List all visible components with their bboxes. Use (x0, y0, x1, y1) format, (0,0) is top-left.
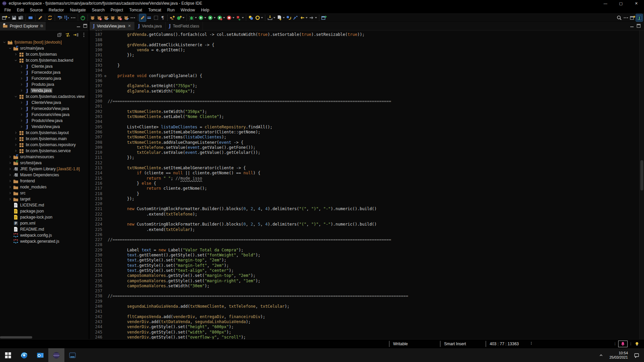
explorer-horizontal-scrollbar[interactable] (0, 336, 32, 339)
tree-item-produto-java[interactable]: JProduto.java (0, 81, 89, 87)
taskbar-app-terminal[interactable] (64, 348, 80, 362)
tree-item-funcionario-java[interactable]: JFuncionario.java (0, 75, 89, 81)
tree-item-package-lock-json[interactable]: package-lock.json (0, 214, 89, 220)
expand-icon[interactable] (8, 185, 12, 189)
tree-item-src-main-resources[interactable]: src/main/resources (0, 154, 89, 160)
link-with-editor-icon[interactable] (64, 31, 71, 39)
collapse-icon[interactable] (8, 47, 12, 50)
tree-item-cliente-java[interactable]: JCliente.java (0, 63, 89, 69)
overview-ruler[interactable] (639, 31, 644, 339)
coverage-icon[interactable] (207, 14, 216, 21)
tree-item-funcionarioview-java[interactable]: JFuncionarioView.java (0, 112, 89, 118)
expand-icon[interactable] (13, 131, 18, 134)
debug-icon[interactable] (188, 14, 198, 21)
taskbar-app-eclipse[interactable] (48, 348, 64, 362)
last-edit-location-icon[interactable] (285, 14, 292, 21)
tree-item-frontend[interactable]: frontend (0, 178, 89, 184)
relaunch-icon[interactable] (235, 14, 245, 21)
expand-icon[interactable] (19, 107, 24, 110)
collapse-icon[interactable] (13, 95, 18, 98)
expand-icon[interactable] (19, 101, 24, 104)
expand-icon[interactable] (19, 119, 24, 122)
tree-item-fjsistemas[interactable]: Jfjsistemas [boot] [devtools] (0, 39, 89, 45)
tree-item-br-com-fjsistemas-repository[interactable]: br.com.fjsistemas.repository (0, 142, 89, 148)
export-icon[interactable] (276, 14, 285, 21)
menu-tomcat[interactable]: Tomcat (126, 7, 145, 14)
menu-project[interactable]: Project (108, 7, 126, 14)
minimize-view-icon[interactable] (76, 23, 80, 29)
mark-occurrences-icon[interactable] (139, 14, 146, 21)
back-icon[interactable] (299, 14, 308, 21)
tomcat-stop-icon[interactable] (96, 14, 103, 21)
expand-icon[interactable] (8, 155, 12, 159)
open-type-icon[interactable] (248, 14, 254, 21)
editor-tab-vendaview-java[interactable]: JVendaView.java✕ (90, 22, 135, 30)
expand-icon[interactable] (19, 89, 24, 92)
more-icon[interactable] (70, 14, 76, 21)
tomcat2-stop-icon[interactable] (116, 14, 123, 21)
action-center-icon[interactable] (634, 353, 639, 358)
scrollbar-thumb[interactable] (640, 160, 643, 190)
taskbar-app-browser[interactable] (16, 348, 32, 362)
maximize-editor-icon[interactable] (637, 23, 641, 29)
focus-on-active-task-icon[interactable] (72, 31, 79, 39)
tree-item-br-com-fjsistemas-cadastros-view[interactable]: br.com.fjsistemas.cadastros.view (0, 94, 89, 100)
theme-roller-icon[interactable] (56, 14, 63, 21)
build-all-icon[interactable] (47, 14, 53, 21)
tree-item-vendaview-java[interactable]: JVendaView.java (0, 124, 89, 130)
menu-tomcat-2[interactable]: Tomcat (145, 7, 164, 14)
menu-edit[interactable]: Edit (14, 7, 27, 14)
tree-item-src-main-java[interactable]: src/main/java (0, 45, 89, 51)
show-selected-element-icon[interactable] (146, 14, 153, 21)
menu-run[interactable]: Run (164, 7, 178, 14)
tree-item-license-md[interactable]: LICENSE.md (0, 202, 89, 208)
minimize-button[interactable]: — (598, 0, 613, 7)
type-hierarchy-icon[interactable] (254, 14, 264, 21)
save-all-icon[interactable] (17, 14, 24, 21)
expand-icon[interactable] (8, 173, 12, 177)
tree-item-jre-system-library[interactable]: JRE System Library [JavaSE-1.8] (0, 166, 89, 172)
maximize-view-icon[interactable] (83, 23, 87, 29)
tree-item-fornecedorview-java[interactable]: JFornecedorView.java (0, 106, 89, 112)
menu-source[interactable]: Source (27, 7, 46, 14)
maximize-button[interactable]: ▢ (613, 0, 629, 7)
menu-file[interactable]: File (1, 7, 14, 14)
expand-icon[interactable] (19, 83, 24, 86)
tree-item-br-com-fjsistemas-main[interactable]: br.com.fjsistemas.main (0, 136, 89, 142)
tree-item-venda-java[interactable]: JVenda.java (0, 87, 89, 94)
tree-item-src-test-java[interactable]: src/test/java (0, 160, 89, 166)
collapse-all-icon[interactable] (56, 31, 63, 39)
taskbar-app-outlook[interactable]: O (32, 348, 48, 362)
tree-item-br-com-fjsistemas[interactable]: br.com.fjsistemas (0, 51, 89, 57)
menu-window[interactable]: Window (178, 7, 198, 14)
status-handle[interactable]: ⁞⁞ (531, 341, 531, 345)
preview-grid-icon[interactable] (63, 14, 70, 21)
search-icon[interactable] (616, 14, 623, 21)
menu-navigate[interactable]: Navigate (67, 7, 89, 14)
save-icon[interactable] (11, 14, 17, 21)
show-whitespace-icon[interactable]: ¶ (159, 14, 166, 21)
new-brick-icon[interactable] (169, 14, 176, 21)
open-perspective-icon[interactable] (629, 14, 636, 21)
start-button[interactable] (0, 348, 16, 362)
scrapbook-icon[interactable] (37, 14, 44, 21)
tree-item-br-com-fjsistemas-service[interactable]: br.com.fjsistemas.service (0, 148, 89, 154)
tree-item-clienteview-java[interactable]: JClienteView.java (0, 100, 89, 106)
expand-icon[interactable] (19, 77, 24, 80)
explorer-close-icon[interactable]: ⧉ (40, 24, 43, 28)
tree-item-fornecedor-java[interactable]: JFornecedor.java (0, 69, 89, 75)
tree-item-src[interactable]: src (0, 190, 89, 196)
expand-icon[interactable] (8, 161, 12, 165)
minimize-editor-icon[interactable] (630, 23, 634, 29)
tree-item-webpack-generated-js[interactable]: webpack.generated.js (0, 238, 89, 244)
tree-item-readme-md[interactable]: README.md (0, 226, 89, 232)
menu-refactor[interactable]: Refactor (46, 7, 67, 14)
tree-item-br-com-fjsistemas-layout[interactable]: br.com.fjsistemas.layout (0, 130, 89, 136)
expand-icon[interactable] (8, 191, 12, 195)
expand-icon[interactable] (19, 65, 24, 68)
expand-icon[interactable] (8, 197, 12, 201)
tray-chevron-icon[interactable] (599, 353, 603, 358)
tomcat2-start-icon[interactable] (109, 14, 116, 21)
expand-icon[interactable] (13, 53, 18, 56)
expand-icon[interactable] (13, 143, 18, 146)
